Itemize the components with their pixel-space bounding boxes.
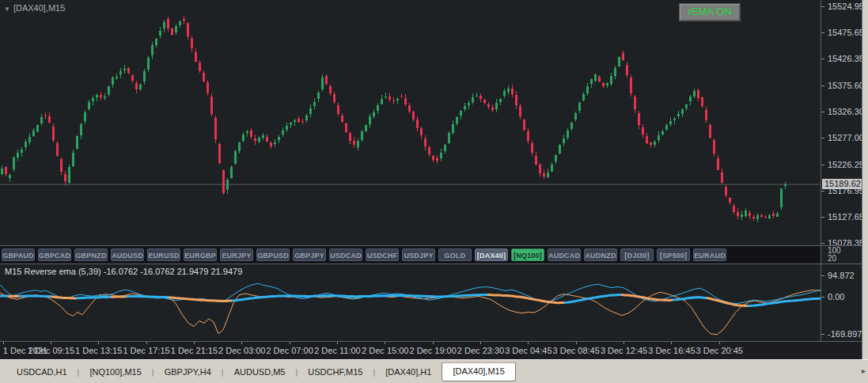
reverse-ema-line bbox=[127, 297, 169, 298]
symbol-button-eurgbp[interactable]: EURGBP bbox=[184, 248, 217, 261]
candle bbox=[278, 137, 280, 140]
candle bbox=[745, 210, 747, 215]
candlestick-chart[interactable]: ▼[DAX40],M15 rEMA ON bbox=[0, 0, 821, 245]
chart-tab--nq100--m15[interactable]: [NQ100],M15 bbox=[79, 363, 151, 381]
price-axis-label: 15426.35 bbox=[828, 54, 864, 63]
candle bbox=[60, 159, 63, 172]
indicator-tick bbox=[821, 334, 824, 335]
symbol-button-euraud[interactable]: EURAUD bbox=[693, 248, 726, 261]
candle bbox=[48, 116, 51, 123]
candle bbox=[238, 142, 241, 151]
candle bbox=[638, 113, 640, 125]
time-axis-label: 2 Dec 19:00 bbox=[409, 346, 456, 355]
candle bbox=[685, 104, 688, 108]
chart-tab-gbpjpy-h4[interactable]: GBPJPY,H4 bbox=[154, 363, 222, 381]
time-axis-label: 1 Dec 21:15 bbox=[171, 346, 218, 355]
signal-line-blue bbox=[0, 283, 821, 303]
symbol-button-audcad[interactable]: AUDCAD bbox=[548, 248, 581, 261]
candle bbox=[210, 97, 213, 113]
time-tick bbox=[671, 342, 672, 344]
candle bbox=[689, 97, 692, 101]
candle bbox=[191, 39, 193, 48]
price-axis[interactable]: 15189.62 100 20 15524.9515475.6515426.35… bbox=[821, 0, 862, 342]
candle bbox=[44, 116, 47, 117]
symbol-button-usdcad[interactable]: USDCAD bbox=[329, 248, 362, 261]
chart-tab-audusd-m5[interactable]: AUDUSD,M5 bbox=[224, 363, 296, 381]
time-axis-label: 2 Dec 23:30 bbox=[457, 346, 504, 355]
candle bbox=[614, 68, 616, 76]
symbol-button-audusd[interactable]: AUDUSD bbox=[111, 248, 144, 261]
tab-scroll-right-icon[interactable]: ▸ bbox=[862, 366, 866, 375]
candle bbox=[630, 78, 632, 93]
candle bbox=[654, 142, 656, 145]
price-tick bbox=[821, 112, 824, 112]
candle bbox=[673, 119, 676, 121]
candle bbox=[626, 65, 628, 75]
candle bbox=[760, 215, 763, 216]
candle bbox=[381, 99, 383, 104]
candle bbox=[80, 124, 82, 135]
candle bbox=[290, 123, 292, 124]
time-axis[interactable]: 1 Dec 20211 Dec 09:151 Dec 13:151 Dec 17… bbox=[0, 342, 862, 359]
candle bbox=[373, 112, 375, 116]
candle bbox=[266, 137, 268, 142]
symbol-button-dax40[interactable]: [DAX40] bbox=[475, 248, 508, 261]
rema-toggle-button[interactable]: rEMA ON bbox=[679, 3, 741, 21]
symbol-button-sp500[interactable]: [SP500] bbox=[657, 248, 690, 261]
candle bbox=[230, 167, 233, 178]
symbol-button-usdchf[interactable]: USDCHF bbox=[366, 248, 399, 261]
time-tick bbox=[528, 342, 529, 344]
candle bbox=[729, 198, 731, 203]
symbol-button-usdjpy[interactable]: USDJPY bbox=[402, 248, 435, 261]
candle bbox=[9, 175, 11, 178]
chart-tab-usdcad-h1[interactable]: USDCAD,H1 bbox=[6, 363, 78, 381]
candle bbox=[64, 174, 66, 181]
symbol-button-audnzd[interactable]: AUDNZD bbox=[584, 248, 617, 261]
price-tick bbox=[821, 32, 824, 33]
candle bbox=[163, 22, 165, 28]
candle bbox=[365, 125, 367, 131]
candle bbox=[234, 151, 237, 163]
symbol-button-gbpaud[interactable]: GBPAUD bbox=[2, 248, 35, 261]
chart-tab-usdchf-m15[interactable]: USDCHF,M15 bbox=[298, 363, 373, 381]
symbol-button-gbpusd[interactable]: GBPUSD bbox=[256, 248, 290, 261]
candle bbox=[634, 97, 636, 109]
indicator-panel[interactable]: M15 Reverse ema (5,39) -16.0762 -16.0762… bbox=[0, 264, 821, 341]
symbol-button-gbpcad[interactable]: GBPCAD bbox=[38, 248, 71, 261]
symbol-button-gbpjpy[interactable]: GBPJPY bbox=[293, 248, 326, 261]
symbol-button-eurjpy[interactable]: EURJPY bbox=[220, 248, 253, 261]
candle bbox=[515, 95, 517, 105]
candle bbox=[40, 117, 43, 123]
candle bbox=[25, 142, 27, 147]
chart-tab-bar: USDCAD,H1|[NQ100],M15|GBPJPY,H4|AUDUSD,M… bbox=[0, 359, 868, 383]
price-axis-label: 15326.30 bbox=[828, 107, 864, 116]
candle bbox=[309, 108, 312, 114]
chart-tab--dax40--m15[interactable]: [DAX40],M15 bbox=[442, 362, 515, 381]
candle bbox=[586, 86, 589, 93]
symbol-button-gbpnzd[interactable]: GBPNZD bbox=[74, 248, 108, 261]
candle bbox=[116, 77, 118, 78]
candle bbox=[123, 69, 126, 70]
chevron-down-icon[interactable]: ▼ bbox=[4, 6, 10, 13]
candle bbox=[764, 217, 767, 218]
candle bbox=[420, 128, 423, 136]
candle bbox=[305, 116, 308, 120]
candle bbox=[317, 93, 320, 99]
symbol-button-dji30[interactable]: [DJI30] bbox=[620, 248, 654, 261]
symbol-button-gold[interactable]: GOLD bbox=[438, 248, 472, 261]
candle bbox=[531, 143, 533, 153]
price-axis-label: 15375.60 bbox=[828, 81, 864, 90]
candle bbox=[17, 153, 19, 158]
indicator-tick bbox=[821, 297, 824, 298]
candle bbox=[100, 95, 102, 97]
symbol-button-nq100[interactable]: [NQ100] bbox=[511, 248, 544, 261]
candle bbox=[329, 86, 332, 93]
price-axis-label: 15176.95 bbox=[828, 186, 864, 195]
candle bbox=[341, 116, 343, 122]
symbol-button-eurusd[interactable]: EURUSD bbox=[147, 248, 180, 261]
price-tick bbox=[821, 191, 824, 192]
candle bbox=[460, 111, 462, 116]
candle bbox=[325, 76, 328, 84]
candle bbox=[270, 142, 272, 146]
chart-tab--dax40--h1[interactable]: [DAX40],H1 bbox=[375, 363, 442, 381]
